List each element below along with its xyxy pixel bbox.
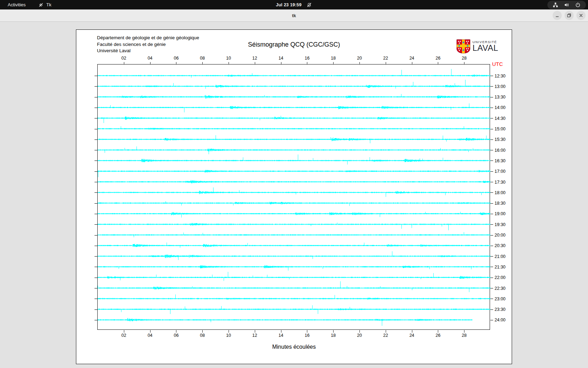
x-tick-label-top: 12	[252, 56, 257, 61]
x-tick-label-bottom: 10	[226, 333, 231, 338]
utc-time-label: 18:00	[495, 190, 505, 195]
tk-feather-icon	[38, 2, 44, 8]
trace-tick-left	[94, 139, 98, 140]
power-icon	[575, 2, 581, 8]
trace-tick-left	[94, 299, 98, 299]
utc-time-label: 16:00	[495, 148, 505, 153]
x-tick-bottom	[176, 330, 176, 333]
x-tick-label-top: 20	[357, 56, 362, 61]
x-tick-bottom	[386, 330, 386, 333]
x-tick-label-bottom: 14	[279, 333, 284, 338]
seismic-traces	[98, 64, 490, 330]
utc-time-label: 24:00	[495, 318, 505, 322]
trace-tick-left	[94, 235, 98, 236]
x-tick-top	[176, 62, 176, 64]
minimize-button[interactable]	[553, 11, 562, 20]
x-tick-label-bottom: 04	[148, 333, 153, 338]
trace-tick-left	[94, 129, 98, 129]
trace-tick-left	[94, 108, 98, 108]
x-tick-top	[202, 62, 203, 64]
trace-tick-left	[94, 246, 98, 246]
x-tick-bottom	[359, 330, 360, 333]
window-content: Département de géologie et de génie géol…	[0, 22, 588, 368]
maximize-button[interactable]	[565, 11, 574, 20]
x-tick-label-bottom: 06	[174, 333, 178, 338]
x-tick-top	[464, 62, 464, 64]
trace-tick-right	[490, 150, 493, 150]
x-tick-bottom	[229, 330, 229, 333]
network-wired-icon	[553, 2, 558, 8]
utc-time-label: 21:00	[495, 254, 505, 259]
utc-time-label: 22:00	[495, 275, 505, 280]
x-tick-bottom	[464, 330, 464, 333]
x-tick-label-top: 10	[226, 56, 231, 61]
trace-tick-left	[94, 288, 98, 288]
x-tick-label-bottom: 26	[435, 333, 440, 338]
trace-tick-right	[490, 203, 493, 204]
close-icon	[579, 13, 583, 18]
utc-time-label: 21:30	[495, 265, 505, 270]
trace-tick-left	[94, 182, 98, 182]
trace-tick-right	[490, 246, 493, 246]
trace-tick-right	[490, 192, 493, 193]
x-tick-label-bottom: 24	[410, 333, 414, 338]
x-tick-top	[438, 62, 438, 64]
close-button[interactable]	[576, 11, 586, 20]
x-tick-top	[255, 62, 255, 64]
trace-tick-left	[94, 214, 98, 214]
trace-tick-right	[490, 235, 493, 236]
x-tick-top	[150, 62, 150, 64]
utc-time-label: 19:30	[495, 222, 505, 227]
utc-time-label: 16:30	[495, 158, 505, 163]
x-tick-label-bottom: 20	[357, 333, 362, 338]
x-tick-label-bottom: 16	[304, 333, 309, 338]
helicorder-plot: UTC 020204040606080810101212141416161818…	[97, 64, 490, 330]
trace-tick-right	[490, 299, 493, 299]
app-menu-tk[interactable]: Tk	[38, 2, 51, 8]
clock-text: Jul 23 19:59	[276, 2, 301, 7]
x-tick-bottom	[307, 330, 307, 333]
utc-time-label: 20:30	[495, 243, 505, 248]
utc-time-label: 19:00	[495, 211, 505, 216]
app-menu-label: Tk	[46, 2, 51, 7]
x-tick-bottom	[202, 330, 203, 333]
trace-tick-right	[490, 224, 493, 225]
trace-tick-right	[490, 129, 493, 129]
trace-tick-left	[94, 320, 98, 320]
trace-tick-left	[94, 97, 98, 97]
trace-tick-left	[94, 86, 98, 87]
trace-tick-right	[490, 214, 493, 214]
system-status-area[interactable]	[547, 1, 586, 9]
x-tick-top	[386, 62, 386, 64]
trace-tick-left	[94, 267, 98, 267]
trace-tick-left	[94, 309, 98, 310]
trace-tick-right	[490, 171, 493, 172]
trace-tick-left	[94, 203, 98, 204]
x-tick-bottom	[255, 330, 255, 333]
x-tick-bottom	[281, 330, 281, 333]
x-tick-top	[229, 62, 229, 64]
clock-button[interactable]: Jul 23 19:59	[276, 2, 312, 8]
utc-time-label: 20:00	[495, 233, 505, 238]
window-title-bar: tk	[0, 9, 588, 22]
trace-tick-right	[490, 182, 493, 182]
x-tick-label-top: 28	[462, 56, 467, 61]
x-tick-label-bottom: 08	[200, 333, 205, 338]
x-tick-label-bottom: 18	[331, 333, 336, 338]
trace-tick-right	[490, 278, 493, 278]
institution-line-3: Université Laval	[97, 48, 199, 54]
utc-time-label: 23:30	[495, 307, 505, 312]
activities-button[interactable]: Activities	[5, 1, 28, 8]
x-tick-label-top: 02	[121, 56, 126, 61]
x-tick-label-top: 18	[331, 56, 336, 61]
x-tick-label-bottom: 12	[252, 333, 257, 338]
trace-tick-left	[94, 76, 98, 76]
trace-tick-left	[94, 224, 98, 225]
seismograph-canvas: Département de géologie et de génie géol…	[76, 29, 512, 364]
institution-line-1: Département de géologie et de génie géol…	[97, 35, 199, 41]
x-tick-bottom	[124, 330, 124, 333]
x-tick-top	[333, 62, 334, 64]
trace-tick-right	[490, 267, 493, 267]
trace-tick-left	[94, 118, 98, 118]
x-tick-label-top: 08	[200, 56, 205, 61]
